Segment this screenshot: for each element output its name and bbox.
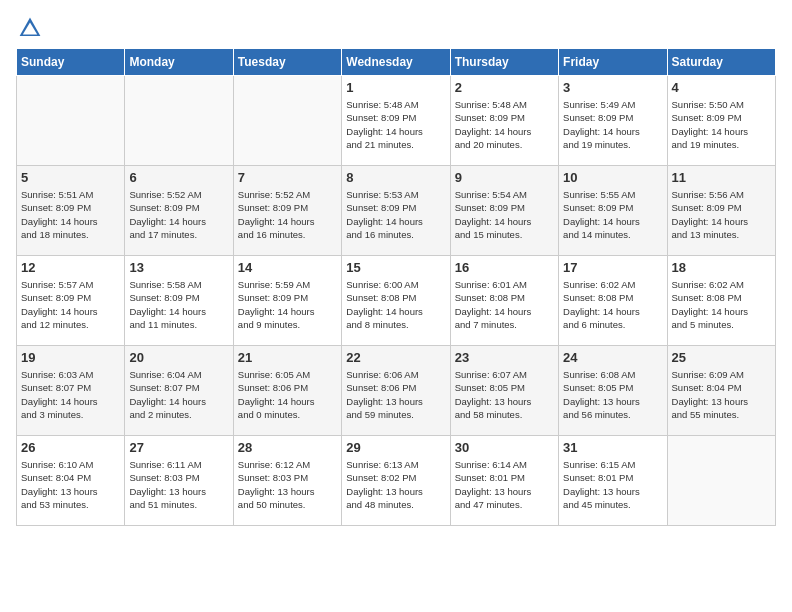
day-info: Sunrise: 6:10 AMSunset: 8:04 PMDaylight:… [21,458,120,511]
calendar-cell: 14Sunrise: 5:59 AMSunset: 8:09 PMDayligh… [233,256,341,346]
header-friday: Friday [559,49,667,76]
day-number: 2 [455,80,554,95]
calendar-cell: 25Sunrise: 6:09 AMSunset: 8:04 PMDayligh… [667,346,775,436]
calendar-cell: 4Sunrise: 5:50 AMSunset: 8:09 PMDaylight… [667,76,775,166]
calendar-cell: 28Sunrise: 6:12 AMSunset: 8:03 PMDayligh… [233,436,341,526]
day-info: Sunrise: 6:07 AMSunset: 8:05 PMDaylight:… [455,368,554,421]
calendar-cell: 21Sunrise: 6:05 AMSunset: 8:06 PMDayligh… [233,346,341,436]
calendar-cell: 6Sunrise: 5:52 AMSunset: 8:09 PMDaylight… [125,166,233,256]
day-number: 14 [238,260,337,275]
day-number: 23 [455,350,554,365]
calendar-cell: 30Sunrise: 6:14 AMSunset: 8:01 PMDayligh… [450,436,558,526]
day-number: 4 [672,80,771,95]
calendar-cell: 24Sunrise: 6:08 AMSunset: 8:05 PMDayligh… [559,346,667,436]
header [16,16,776,40]
calendar-cell: 31Sunrise: 6:15 AMSunset: 8:01 PMDayligh… [559,436,667,526]
day-info: Sunrise: 5:58 AMSunset: 8:09 PMDaylight:… [129,278,228,331]
day-info: Sunrise: 5:49 AMSunset: 8:09 PMDaylight:… [563,98,662,151]
day-info: Sunrise: 5:48 AMSunset: 8:09 PMDaylight:… [346,98,445,151]
day-info: Sunrise: 5:56 AMSunset: 8:09 PMDaylight:… [672,188,771,241]
day-info: Sunrise: 6:15 AMSunset: 8:01 PMDaylight:… [563,458,662,511]
day-info: Sunrise: 6:02 AMSunset: 8:08 PMDaylight:… [563,278,662,331]
day-number: 16 [455,260,554,275]
calendar-cell: 9Sunrise: 5:54 AMSunset: 8:09 PMDaylight… [450,166,558,256]
calendar-week-1: 1Sunrise: 5:48 AMSunset: 8:09 PMDaylight… [17,76,776,166]
day-info: Sunrise: 6:02 AMSunset: 8:08 PMDaylight:… [672,278,771,331]
day-number: 11 [672,170,771,185]
day-info: Sunrise: 6:01 AMSunset: 8:08 PMDaylight:… [455,278,554,331]
day-info: Sunrise: 6:03 AMSunset: 8:07 PMDaylight:… [21,368,120,421]
day-info: Sunrise: 6:13 AMSunset: 8:02 PMDaylight:… [346,458,445,511]
calendar-cell: 20Sunrise: 6:04 AMSunset: 8:07 PMDayligh… [125,346,233,436]
calendar-cell: 3Sunrise: 5:49 AMSunset: 8:09 PMDaylight… [559,76,667,166]
logo-icon [18,16,42,40]
header-saturday: Saturday [667,49,775,76]
calendar-cell: 27Sunrise: 6:11 AMSunset: 8:03 PMDayligh… [125,436,233,526]
day-info: Sunrise: 6:06 AMSunset: 8:06 PMDaylight:… [346,368,445,421]
logo [16,16,42,40]
day-number: 5 [21,170,120,185]
day-number: 30 [455,440,554,455]
calendar-cell: 29Sunrise: 6:13 AMSunset: 8:02 PMDayligh… [342,436,450,526]
header-thursday: Thursday [450,49,558,76]
day-number: 17 [563,260,662,275]
day-number: 24 [563,350,662,365]
day-info: Sunrise: 5:55 AMSunset: 8:09 PMDaylight:… [563,188,662,241]
calendar-cell: 7Sunrise: 5:52 AMSunset: 8:09 PMDaylight… [233,166,341,256]
day-number: 10 [563,170,662,185]
day-number: 29 [346,440,445,455]
calendar-table: SundayMondayTuesdayWednesdayThursdayFrid… [16,48,776,526]
calendar-cell: 16Sunrise: 6:01 AMSunset: 8:08 PMDayligh… [450,256,558,346]
calendar-cell: 23Sunrise: 6:07 AMSunset: 8:05 PMDayligh… [450,346,558,436]
calendar-week-2: 5Sunrise: 5:51 AMSunset: 8:09 PMDaylight… [17,166,776,256]
day-number: 3 [563,80,662,95]
calendar-week-5: 26Sunrise: 6:10 AMSunset: 8:04 PMDayligh… [17,436,776,526]
calendar-cell: 8Sunrise: 5:53 AMSunset: 8:09 PMDaylight… [342,166,450,256]
calendar-cell: 26Sunrise: 6:10 AMSunset: 8:04 PMDayligh… [17,436,125,526]
calendar-cell: 19Sunrise: 6:03 AMSunset: 8:07 PMDayligh… [17,346,125,436]
day-number: 20 [129,350,228,365]
day-info: Sunrise: 5:52 AMSunset: 8:09 PMDaylight:… [238,188,337,241]
day-info: Sunrise: 5:54 AMSunset: 8:09 PMDaylight:… [455,188,554,241]
header-tuesday: Tuesday [233,49,341,76]
day-number: 6 [129,170,228,185]
header-sunday: Sunday [17,49,125,76]
day-number: 18 [672,260,771,275]
day-number: 27 [129,440,228,455]
day-number: 28 [238,440,337,455]
calendar-cell [125,76,233,166]
day-info: Sunrise: 6:12 AMSunset: 8:03 PMDaylight:… [238,458,337,511]
calendar-cell: 13Sunrise: 5:58 AMSunset: 8:09 PMDayligh… [125,256,233,346]
day-info: Sunrise: 6:09 AMSunset: 8:04 PMDaylight:… [672,368,771,421]
calendar-cell: 2Sunrise: 5:48 AMSunset: 8:09 PMDaylight… [450,76,558,166]
calendar-cell [17,76,125,166]
day-number: 15 [346,260,445,275]
day-number: 7 [238,170,337,185]
calendar-cell: 17Sunrise: 6:02 AMSunset: 8:08 PMDayligh… [559,256,667,346]
calendar-cell: 5Sunrise: 5:51 AMSunset: 8:09 PMDaylight… [17,166,125,256]
header-row: SundayMondayTuesdayWednesdayThursdayFrid… [17,49,776,76]
calendar-cell: 11Sunrise: 5:56 AMSunset: 8:09 PMDayligh… [667,166,775,256]
day-info: Sunrise: 5:48 AMSunset: 8:09 PMDaylight:… [455,98,554,151]
day-info: Sunrise: 5:59 AMSunset: 8:09 PMDaylight:… [238,278,337,331]
day-number: 1 [346,80,445,95]
calendar-week-3: 12Sunrise: 5:57 AMSunset: 8:09 PMDayligh… [17,256,776,346]
calendar-cell: 18Sunrise: 6:02 AMSunset: 8:08 PMDayligh… [667,256,775,346]
day-info: Sunrise: 5:57 AMSunset: 8:09 PMDaylight:… [21,278,120,331]
day-info: Sunrise: 5:53 AMSunset: 8:09 PMDaylight:… [346,188,445,241]
calendar-cell: 22Sunrise: 6:06 AMSunset: 8:06 PMDayligh… [342,346,450,436]
day-number: 9 [455,170,554,185]
calendar-cell: 1Sunrise: 5:48 AMSunset: 8:09 PMDaylight… [342,76,450,166]
day-number: 22 [346,350,445,365]
day-info: Sunrise: 5:50 AMSunset: 8:09 PMDaylight:… [672,98,771,151]
day-number: 12 [21,260,120,275]
day-info: Sunrise: 6:08 AMSunset: 8:05 PMDaylight:… [563,368,662,421]
day-info: Sunrise: 5:51 AMSunset: 8:09 PMDaylight:… [21,188,120,241]
day-info: Sunrise: 6:00 AMSunset: 8:08 PMDaylight:… [346,278,445,331]
day-number: 8 [346,170,445,185]
header-wednesday: Wednesday [342,49,450,76]
day-info: Sunrise: 6:04 AMSunset: 8:07 PMDaylight:… [129,368,228,421]
day-number: 31 [563,440,662,455]
day-info: Sunrise: 6:05 AMSunset: 8:06 PMDaylight:… [238,368,337,421]
day-number: 25 [672,350,771,365]
